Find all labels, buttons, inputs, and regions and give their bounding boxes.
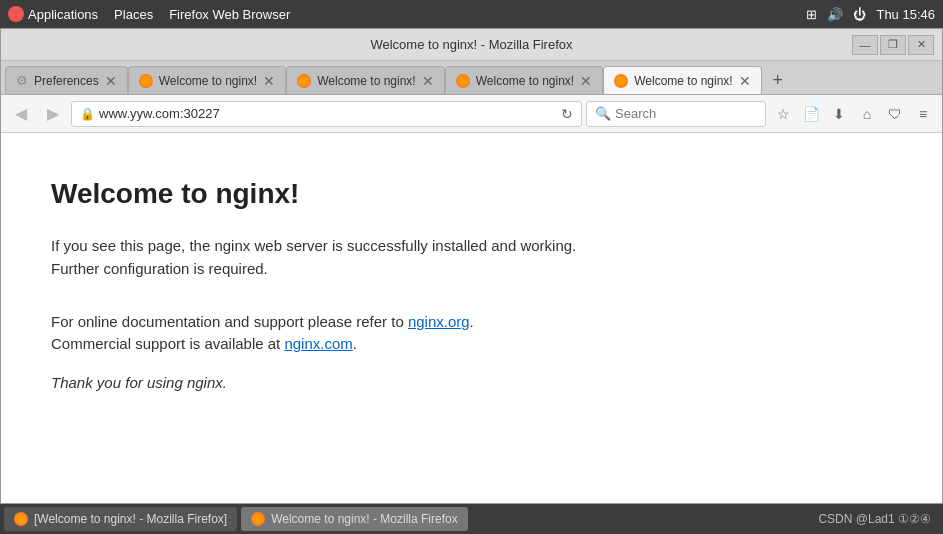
page-para-2: For online documentation and support ple… [51, 311, 892, 356]
reader-button[interactable]: 📄 [798, 101, 824, 127]
tab-preferences[interactable]: ⚙ Preferences ✕ [5, 66, 128, 94]
firefox-icon-4 [614, 74, 628, 88]
browser-window: Welcome to nginx! - Mozilla Firefox — ❐ … [0, 28, 943, 504]
page-content: Welcome to nginx! If you see this page, … [1, 133, 942, 503]
network-icon: ⊞ [806, 7, 817, 22]
firefox-icon-2 [297, 74, 311, 88]
tab-nginx-1-close[interactable]: ✕ [263, 74, 275, 88]
tab-preferences-close[interactable]: ✕ [105, 74, 117, 88]
browser-label[interactable]: Firefox Web Browser [169, 7, 290, 22]
apps-icon [8, 6, 24, 22]
maximize-button[interactable]: ❐ [880, 35, 906, 55]
gear-icon: ⚙ [16, 73, 28, 88]
navigation-bar: ◀ ▶ 🔒 ↻ 🔍 ☆ 📄 ⬇ ⌂ 🛡 ≡ [1, 95, 942, 133]
menu-button[interactable]: ≡ [910, 101, 936, 127]
minimize-button[interactable]: — [852, 35, 878, 55]
applications-menu[interactable]: Applications [8, 6, 98, 22]
page-para-1: If you see this page, the nginx web serv… [51, 235, 892, 280]
tab-nginx-2-close[interactable]: ✕ [422, 74, 434, 88]
system-taskbar: Applications Places Firefox Web Browser … [0, 0, 943, 28]
firefox-icon-3 [456, 74, 470, 88]
taskbar-item-1[interactable]: [Welcome to nginx! - Mozilla Firefox] [4, 507, 237, 531]
tab-nginx-1[interactable]: Welcome to nginx! ✕ [128, 66, 287, 94]
search-input[interactable] [615, 106, 757, 121]
tab-nginx-3-close[interactable]: ✕ [580, 74, 592, 88]
taskbar-right: ⊞ 🔊 ⏻ Thu 15:46 [806, 7, 935, 22]
address-bar[interactable]: 🔒 ↻ [71, 101, 582, 127]
taskbar-left: Applications Places Firefox Web Browser [8, 6, 290, 22]
taskbar-item-1-label: [Welcome to nginx! - Mozilla Firefox] [34, 512, 227, 526]
home-button[interactable]: ⌂ [854, 101, 880, 127]
close-button[interactable]: ✕ [908, 35, 934, 55]
browser-titlebar: Welcome to nginx! - Mozilla Firefox — ❐ … [1, 29, 942, 61]
bookmark-button[interactable]: ☆ [770, 101, 796, 127]
window-controls: — ❐ ✕ [852, 35, 934, 55]
clock: Thu 15:46 [876, 7, 935, 22]
reload-button[interactable]: ↻ [561, 106, 573, 122]
forward-button[interactable]: ▶ [39, 100, 67, 128]
taskbar-firefox-icon-2 [251, 512, 265, 526]
page-title: Welcome to nginx! [51, 173, 892, 215]
nginx-org-link[interactable]: nginx.org [408, 313, 470, 330]
power-icon: ⏻ [853, 7, 866, 22]
tab-nginx-2[interactable]: Welcome to nginx! ✕ [286, 66, 445, 94]
download-button[interactable]: ⬇ [826, 101, 852, 127]
tab-nginx-4-close[interactable]: ✕ [739, 74, 751, 88]
places-label[interactable]: Places [114, 7, 153, 22]
bottom-taskbar: [Welcome to nginx! - Mozilla Firefox] We… [0, 504, 943, 534]
volume-icon: 🔊 [827, 7, 843, 22]
browser-title: Welcome to nginx! - Mozilla Firefox [370, 37, 572, 52]
tab-nginx-2-label: Welcome to nginx! [317, 74, 416, 88]
page-thanks: Thank you for using nginx. [51, 372, 892, 395]
tab-nginx-3-label: Welcome to nginx! [476, 74, 575, 88]
tab-nginx-4[interactable]: Welcome to nginx! ✕ [603, 66, 762, 94]
taskbar-firefox-icon-1 [14, 512, 28, 526]
search-bar[interactable]: 🔍 [586, 101, 766, 127]
tab-preferences-label: Preferences [34, 74, 99, 88]
tab-nginx-4-label: Welcome to nginx! [634, 74, 733, 88]
nav-icons: ☆ 📄 ⬇ ⌂ 🛡 ≡ [770, 101, 936, 127]
taskbar-item-2-label: Welcome to nginx! - Mozilla Firefox [271, 512, 458, 526]
nginx-com-link[interactable]: nginx.com [284, 335, 352, 352]
tabs-bar: ⚙ Preferences ✕ Welcome to nginx! ✕ Welc… [1, 61, 942, 95]
address-input[interactable] [99, 106, 557, 121]
taskbar-item-2[interactable]: Welcome to nginx! - Mozilla Firefox [241, 507, 468, 531]
shield-button[interactable]: 🛡 [882, 101, 908, 127]
firefox-icon-1 [139, 74, 153, 88]
taskbar-right-info: CSDN @Lad1 ①②④ [818, 512, 939, 526]
tab-nginx-1-label: Welcome to nginx! [159, 74, 258, 88]
tab-nginx-3[interactable]: Welcome to nginx! ✕ [445, 66, 604, 94]
lock-icon: 🔒 [80, 107, 95, 121]
new-tab-button[interactable]: + [764, 66, 792, 94]
search-icon: 🔍 [595, 106, 611, 121]
applications-label: Applications [28, 7, 98, 22]
back-button[interactable]: ◀ [7, 100, 35, 128]
